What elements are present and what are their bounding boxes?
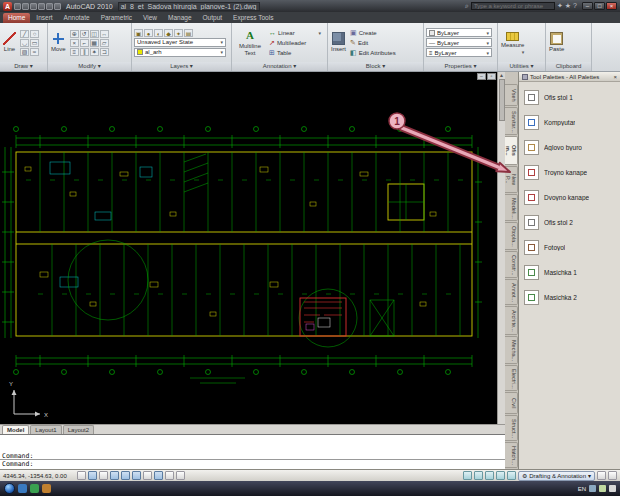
create-block-button[interactable]: ▣ Create (350, 28, 406, 37)
panel-block-label[interactable]: Block ▾ (328, 62, 423, 71)
grid-toggle[interactable] (88, 471, 97, 480)
move-button[interactable]: Move (50, 32, 67, 53)
dyn-toggle[interactable] (154, 471, 163, 480)
lineweight-dropdown[interactable]: — ByLayer ▾ (426, 38, 492, 47)
tab-model[interactable]: Model (2, 425, 29, 434)
save-icon[interactable] (30, 3, 37, 10)
panel-annotation-label[interactable]: Annotation ▾ (232, 62, 327, 71)
palette-item[interactable]: Aglovo byuro (519, 135, 620, 160)
command-prompt[interactable]: Command: (0, 459, 505, 469)
close-icon[interactable]: × (613, 74, 617, 80)
palette-tab[interactable]: Civil (505, 392, 518, 414)
polyline-icon[interactable]: ╱ (20, 30, 29, 38)
hatch-icon[interactable]: ▨ (20, 48, 29, 56)
trim-icon[interactable]: × (70, 39, 79, 47)
layer-properties-icon[interactable]: ▣ (134, 29, 143, 37)
help-icon[interactable]: ? (573, 2, 577, 10)
undo-icon[interactable] (46, 3, 53, 10)
tab-manage[interactable]: Manage (163, 13, 197, 23)
palette-tab-active[interactable]: Ofis m... (505, 136, 518, 164)
stretch-icon[interactable]: ↔ (100, 30, 109, 38)
multiline-text-button[interactable]: A Multiline Text (234, 29, 266, 56)
panel-layers-label[interactable]: Layers ▾ (132, 62, 231, 71)
spline-icon[interactable]: ≈ (30, 48, 39, 56)
steering-wheel-button[interactable] (507, 471, 516, 480)
clean-screen-button[interactable] (608, 471, 617, 480)
ortho-toggle[interactable] (99, 471, 108, 480)
drawing-minimize-button[interactable]: – (477, 73, 486, 80)
palette-tab[interactable]: Electri... (505, 365, 518, 392)
search-input[interactable] (471, 2, 555, 10)
lwt-toggle[interactable] (165, 471, 174, 480)
scroll-thumb[interactable] (499, 79, 505, 121)
panel-modify-label[interactable]: Modify ▾ (48, 62, 131, 71)
minimize-button[interactable]: – (582, 2, 593, 10)
language-indicator[interactable]: EN (578, 486, 586, 492)
start-button[interactable] (4, 483, 15, 494)
edit-attributes-button[interactable]: ◧ Edit Attributes (350, 48, 406, 57)
palette-tab[interactable]: Annot... (505, 279, 518, 305)
redo-icon[interactable] (54, 3, 61, 10)
palette-item[interactable]: Fotoyol (519, 235, 620, 260)
edit-block-button[interactable]: ✎ Edit (350, 38, 406, 47)
layer-isolate-icon[interactable]: ✦ (174, 29, 183, 37)
drawing-vertical-scrollbar[interactable]: ▲ (497, 72, 505, 424)
taskbar-app-icon[interactable] (42, 484, 51, 493)
lock-toggle[interactable] (597, 471, 606, 480)
drawing-canvas[interactable]: X Y – ▫ ▲ (0, 72, 505, 424)
snap-toggle[interactable] (77, 471, 86, 480)
palette-tab[interactable]: Archite... (505, 306, 518, 334)
layer-state-dropdown[interactable]: Unsaved Layer State ▾ (134, 38, 226, 47)
object-color-dropdown[interactable]: ByLayer ▾ (426, 28, 492, 37)
tab-view[interactable]: View (138, 13, 162, 23)
panel-draw-label[interactable]: Draw ▾ (0, 62, 47, 71)
quick-view-layouts-button[interactable] (474, 471, 483, 480)
maximize-button[interactable]: □ (594, 2, 605, 10)
panel-utilities-label[interactable]: Utilities ▾ (498, 62, 545, 71)
erase-icon[interactable]: ≡ (70, 48, 79, 56)
osnap-toggle[interactable] (121, 471, 130, 480)
current-layer-dropdown[interactable]: al_arh ▾ (134, 48, 226, 57)
offset-icon[interactable]: ∥ (80, 48, 89, 56)
autocad-logo-icon[interactable]: A (3, 2, 12, 11)
palette-tab[interactable]: Sanitar... (505, 107, 518, 135)
rectangle-icon[interactable]: ▭ (30, 39, 39, 47)
plot-icon[interactable] (38, 3, 45, 10)
explode-icon[interactable]: ✶ (90, 48, 99, 56)
linear-dimension-button[interactable]: ↔ Linear ▾ (269, 28, 321, 37)
tab-layout1[interactable]: Layout1 (30, 425, 61, 434)
measure-button[interactable]: Measure ▾ (500, 30, 525, 56)
palette-tab[interactable]: Modeli... (505, 194, 518, 222)
palette-tab[interactable]: New P... (505, 166, 518, 193)
palette-tab[interactable]: Struct... (505, 415, 518, 441)
layer-freeze-icon[interactable]: ◐ (154, 29, 163, 37)
qp-toggle[interactable] (176, 471, 185, 480)
tab-annotate[interactable]: Annotate (59, 13, 95, 23)
insert-button[interactable]: Insert (330, 32, 347, 53)
layer-lock-icon[interactable]: ◆ (164, 29, 173, 37)
paste-button[interactable]: Paste (548, 32, 565, 53)
palette-item[interactable]: Dvoyno kanape (519, 185, 620, 210)
linetype-dropdown[interactable]: ≡ ByLayer ▾ (426, 48, 492, 57)
array-icon[interactable]: ▦ (90, 39, 99, 47)
join-icon[interactable]: ⊐ (100, 48, 109, 56)
palette-item[interactable]: Masichka 2 (519, 285, 620, 310)
palette-tab[interactable]: Hatch... (505, 442, 518, 468)
polar-toggle[interactable] (110, 471, 119, 480)
palette-item[interactable]: Ofis stol 2 (519, 210, 620, 235)
tab-layout2[interactable]: Layout2 (63, 425, 94, 434)
palette-item[interactable]: Kompyutar (519, 110, 620, 135)
tab-output[interactable]: Output (198, 13, 228, 23)
palette-item[interactable]: Troyno kanape (519, 160, 620, 185)
tab-insert[interactable]: Insert (31, 13, 57, 23)
palette-item[interactable]: Masichka 1 (519, 260, 620, 285)
zoom-button[interactable] (496, 471, 505, 480)
favorites-icon[interactable]: ★ (565, 2, 571, 10)
tab-express-tools[interactable]: Express Tools (228, 13, 278, 23)
palette-tab[interactable]: Otopla... (505, 222, 518, 250)
palette-title-bar[interactable]: Tool Palettes - All Palettes × (519, 72, 620, 82)
communication-center-icon[interactable]: ✦ (557, 2, 563, 10)
copy-icon[interactable]: ⊕ (70, 30, 79, 38)
tab-home[interactable]: Home (3, 13, 30, 23)
taskbar-app-icon[interactable] (18, 484, 27, 493)
